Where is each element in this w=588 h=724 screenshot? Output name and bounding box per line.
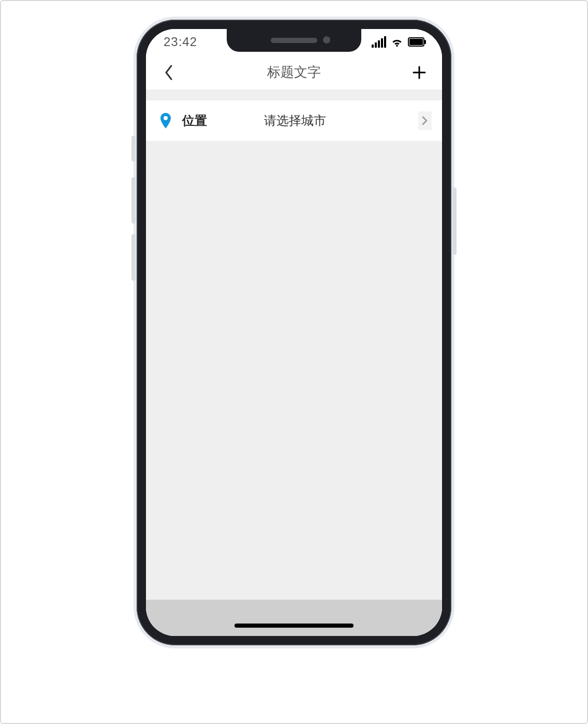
location-value: 请选择城市 [254, 112, 409, 129]
device-side-button [131, 177, 136, 224]
cellular-signal-icon [371, 36, 386, 48]
home-indicator[interactable] [234, 624, 354, 628]
location-pin-icon [158, 113, 173, 128]
chevron-right-icon [418, 111, 432, 130]
bottom-shade [146, 600, 442, 636]
svg-rect-2 [424, 40, 426, 44]
device-mock: 23:42 [134, 17, 454, 648]
page-frame: 23:42 [0, 0, 588, 724]
page-title: 标题文字 [267, 63, 321, 81]
content-area: 位置 请选择城市 [146, 90, 442, 636]
location-label: 位置 [182, 112, 244, 129]
svg-rect-1 [409, 39, 423, 45]
add-button[interactable] [409, 62, 430, 83]
camera-icon [323, 36, 330, 44]
svg-point-5 [164, 116, 168, 120]
device-side-button [452, 187, 457, 255]
wifi-icon [390, 37, 404, 47]
back-button[interactable] [158, 62, 179, 83]
nav-bar: 标题文字 [146, 55, 442, 90]
plus-icon [412, 65, 427, 80]
device-outline: 23:42 [137, 20, 451, 645]
speaker-icon [271, 38, 317, 43]
status-indicators [371, 36, 427, 48]
device-side-button [131, 234, 136, 281]
location-row[interactable]: 位置 请选择城市 [146, 100, 442, 141]
device-side-button [131, 136, 136, 162]
chevron-left-icon [164, 65, 173, 80]
device-screen: 23:42 [146, 29, 442, 636]
device-notch [227, 29, 361, 52]
battery-icon [408, 37, 427, 47]
status-time: 23:42 [164, 35, 197, 49]
